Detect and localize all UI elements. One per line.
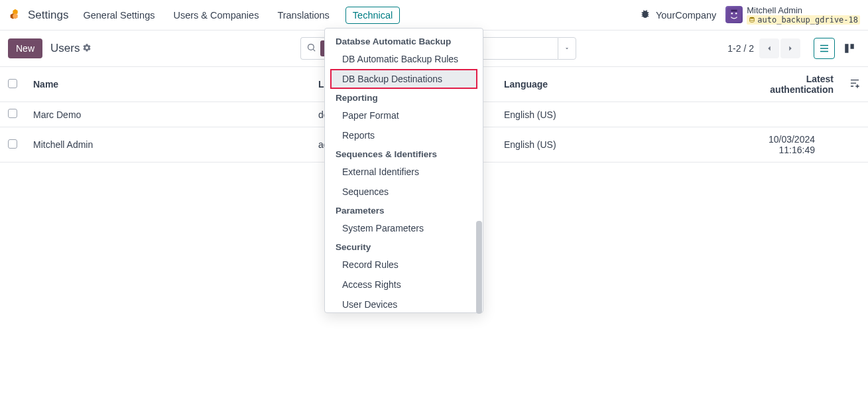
svg-point-4 <box>750 17 755 19</box>
svg-line-6 <box>314 49 316 51</box>
svg-rect-11 <box>851 44 854 49</box>
user-name-label: Mitchell Admin <box>747 5 860 16</box>
kanban-icon <box>843 42 855 54</box>
checkbox-icon[interactable] <box>8 109 17 118</box>
svg-point-2 <box>735 13 737 15</box>
cell-language: English (US) <box>496 102 735 127</box>
nav-translations[interactable]: Translations <box>275 6 332 25</box>
svg-point-5 <box>308 44 314 50</box>
dd-item-paper-format[interactable]: Paper Format <box>325 105 483 125</box>
dd-header-parameters: Parameters <box>325 202 483 218</box>
pager-next-button[interactable] <box>780 38 800 58</box>
list-view-button[interactable] <box>814 38 835 59</box>
dd-item-system-parameters[interactable]: System Parameters <box>325 218 483 238</box>
col-config[interactable] <box>841 67 868 102</box>
breadcrumb: Users <box>50 42 92 55</box>
checkbox-icon <box>8 79 17 88</box>
cell-language: English (US) <box>496 127 735 163</box>
nav-users-companies[interactable]: Users & Companies <box>170 6 261 25</box>
app-logo-icon[interactable] <box>8 8 23 23</box>
dd-header-security: Security <box>325 238 483 255</box>
dd-header-reporting: Reporting <box>325 89 483 105</box>
dd-item-sequences[interactable]: Sequences <box>325 182 483 202</box>
app-title[interactable]: Settings <box>28 9 68 22</box>
cell-name: Marc Demo <box>25 102 310 127</box>
dd-item-backup-destinations[interactable]: DB Backup Destinations <box>330 69 477 89</box>
dd-header-backup: Databse Automatic Backup <box>325 33 483 49</box>
database-badge: auto_backup_gdrive-18 <box>747 15 860 25</box>
dropdown-scrollbar[interactable] <box>476 33 483 314</box>
pager-count[interactable]: 1-2 / 2 <box>727 43 754 54</box>
checkbox-icon[interactable] <box>8 139 17 149</box>
sliders-icon <box>849 78 860 89</box>
cell-name: Mitchell Admin <box>25 127 310 163</box>
svg-rect-0 <box>727 7 741 22</box>
debug-icon[interactable] <box>640 9 651 21</box>
dd-item-user-devices[interactable]: User Devices <box>325 295 483 314</box>
search-options-button[interactable] <box>558 37 576 60</box>
technical-dropdown: Databse Automatic Backup DB Automatic Ba… <box>324 28 483 313</box>
select-all-cell[interactable] <box>0 67 25 102</box>
dd-item-backup-rules[interactable]: DB Automatic Backup Rules <box>325 49 483 69</box>
scrollbar-thumb[interactable] <box>476 221 482 314</box>
dd-header-sequences: Sequences & Identifiers <box>325 145 483 162</box>
svg-rect-3 <box>731 10 737 12</box>
view-switcher <box>814 38 860 59</box>
new-button[interactable]: New <box>8 38 42 58</box>
top-navbar: Settings General Settings Users & Compan… <box>0 0 868 31</box>
breadcrumb-label: Users <box>50 42 80 55</box>
nav-general-settings[interactable]: General Settings <box>80 6 157 25</box>
kanban-view-button[interactable] <box>839 38 860 59</box>
database-icon <box>749 17 755 23</box>
col-header-language[interactable]: Language <box>496 67 735 102</box>
user-info: Mitchell Admin auto_backup_gdrive-18 <box>747 5 860 25</box>
col-header-latest-auth[interactable]: Latest authentication <box>735 67 841 102</box>
chevron-right-icon <box>786 44 795 53</box>
dd-item-record-rules[interactable]: Record Rules <box>325 255 483 275</box>
chevron-left-icon <box>765 44 774 53</box>
svg-rect-10 <box>845 44 848 53</box>
database-name: auto_backup_gdrive-18 <box>757 15 858 25</box>
company-selector[interactable]: YourCompany <box>656 10 716 21</box>
user-menu[interactable]: Mitchell Admin auto_backup_gdrive-18 <box>725 5 860 25</box>
svg-point-1 <box>731 13 733 15</box>
cell-latest-auth: 10/03/2024 11:16:49 <box>735 127 841 163</box>
dd-item-external-identifiers[interactable]: External Identifiers <box>325 162 483 182</box>
gear-icon[interactable] <box>82 43 92 54</box>
nav-technical[interactable]: Technical <box>345 7 400 24</box>
dd-item-access-rights[interactable]: Access Rights <box>325 275 483 295</box>
col-header-name[interactable]: Name <box>25 67 310 102</box>
dd-item-reports[interactable]: Reports <box>325 125 483 145</box>
search-icon <box>306 42 316 54</box>
list-icon <box>818 42 830 54</box>
cell-latest-auth <box>735 102 841 127</box>
pager-prev-button[interactable] <box>759 38 779 58</box>
pager: 1-2 / 2 <box>727 38 800 58</box>
user-avatar <box>725 6 743 23</box>
